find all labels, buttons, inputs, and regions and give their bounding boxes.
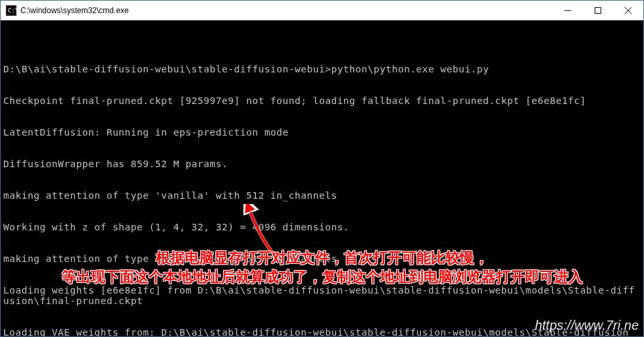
terminal-line: Checkpoint final-pruned.ckpt [925997e9] … [3, 95, 641, 106]
maximize-button[interactable] [583, 1, 613, 20]
svg-rect-4 [595, 7, 601, 13]
terminal-line: DiffusionWrapper has 859.52 M params. [3, 159, 641, 169]
terminal-line: making attention of type 'vanilla' with … [3, 190, 641, 201]
window-controls [553, 1, 643, 20]
terminal-line: LatentDiffusion: Running in eps-predicti… [3, 127, 641, 138]
cmd-window: C:\ C:\windows\system32\cmd.exe D:\B\ai\… [0, 0, 644, 337]
terminal-line: Working with z of shape (1, 4, 32, 32) =… [3, 222, 641, 232]
terminal-line: Loading VAE weights from: D:\B\ai\stable… [3, 327, 641, 336]
minimize-button[interactable] [553, 1, 583, 20]
titlebar[interactable]: C:\ C:\windows\system32\cmd.exe [1, 1, 643, 20]
terminal-line: D:\B\ai\stable-diffusion-webui\stable-di… [3, 64, 641, 74]
close-button[interactable] [613, 1, 643, 20]
cmd-icon: C:\ [6, 5, 16, 16]
svg-text:C:\: C:\ [8, 7, 16, 14]
terminal-line: making attention of type 'vanilla' with … [3, 253, 641, 264]
terminal-output[interactable]: D:\B\ai\stable-diffusion-webui\stable-di… [1, 20, 643, 336]
window-title: C:\windows\system32\cmd.exe [20, 6, 553, 15]
terminal-line: Loading weights [e6e8e1fc] from D:\B\ai\… [3, 285, 641, 306]
